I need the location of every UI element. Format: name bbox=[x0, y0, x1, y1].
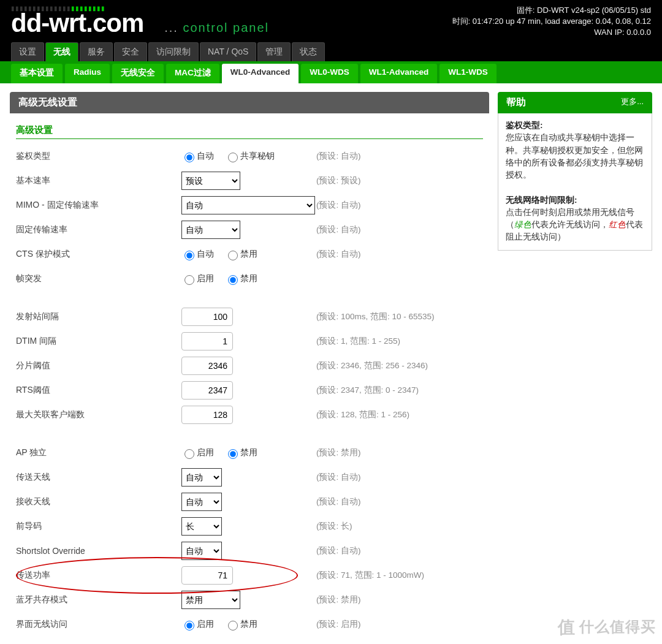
help-auth-heading: 鉴权类型: bbox=[506, 121, 543, 130]
cts-label: CTS 保护模式 bbox=[16, 248, 181, 261]
tab-admin[interactable]: 管理 bbox=[257, 42, 291, 61]
rts-input[interactable] bbox=[181, 381, 233, 400]
btcoex-select[interactable]: 禁用 bbox=[181, 591, 240, 609]
wan-ip-label: WAN IP: 0.0.0.0 bbox=[452, 27, 652, 38]
rxant-label: 接收天线 bbox=[16, 495, 181, 509]
watermark: 值什么值得买 bbox=[558, 616, 656, 639]
apisolate-default: (预设: 禁用) bbox=[316, 447, 361, 458]
tab-nat[interactable]: NAT / QoS bbox=[200, 42, 256, 61]
preamble-select[interactable]: 长 bbox=[181, 517, 222, 536]
fixedrate-label: 固定传输速率 bbox=[16, 223, 181, 237]
fixedrate-select[interactable]: 自动 bbox=[181, 221, 240, 239]
basicrate-default: (预设: 预设) bbox=[316, 175, 361, 186]
maxclients-default: (预设: 128, 范围: 1 - 256) bbox=[316, 409, 409, 420]
rxant-default: (预设: 自动) bbox=[316, 496, 361, 507]
frag-input[interactable] bbox=[181, 357, 233, 375]
tab-setup[interactable]: 设置 bbox=[11, 42, 44, 61]
help-body: 鉴权类型: 您应该在自动或共享秘钥中选择一种。共享秘钥授权更加安全，但您网络中的… bbox=[498, 113, 652, 251]
apisolate-enable-radio[interactable] bbox=[185, 449, 194, 459]
help-title: 帮助 bbox=[506, 96, 526, 109]
auth-default: (预设: 自动) bbox=[316, 151, 361, 162]
auth-label: 鉴权类型 bbox=[16, 150, 181, 163]
apisolate-label: AP 独立 bbox=[16, 446, 181, 460]
burst-enable-radio[interactable] bbox=[185, 275, 194, 285]
subtab-basic[interactable]: 基本设置 bbox=[11, 64, 63, 83]
cts-default: (预设: 自动) bbox=[316, 249, 361, 260]
txant-default: (预设: 自动) bbox=[316, 472, 361, 483]
subtab-wl0adv[interactable]: WL0-Advanced bbox=[222, 64, 299, 83]
subtab-wl0wds[interactable]: WL0-WDS bbox=[301, 64, 358, 83]
panel-title: 高级无线设置 bbox=[10, 92, 489, 113]
frag-label: 分片阈值 bbox=[16, 359, 181, 373]
preamble-default: (预设: 长) bbox=[316, 521, 352, 532]
subtab-mac[interactable]: MAC过滤 bbox=[166, 64, 219, 83]
mimo-select[interactable]: 自动 bbox=[181, 196, 315, 214]
section-legend: 高级设置 bbox=[16, 123, 483, 139]
main-tabs: 设置 无线 服务 安全 访问限制 NAT / QoS 管理 状态 bbox=[11, 42, 325, 61]
tab-access[interactable]: 访问限制 bbox=[148, 42, 199, 61]
mimo-label: MIMO - 固定传输速率 bbox=[16, 199, 181, 212]
txant-select[interactable]: 自动 bbox=[181, 468, 222, 487]
cts-disable-radio[interactable] bbox=[228, 251, 238, 260]
rts-default: (预设: 2347, 范围: 0 - 2347) bbox=[316, 385, 419, 396]
beacon-default: (预设: 100ms, 范围: 10 - 65535) bbox=[316, 311, 435, 322]
shortslot-select[interactable]: 自动 bbox=[181, 542, 222, 560]
firmware-label: 固件: DD-WRT v24-sp2 (06/05/15) std bbox=[452, 5, 652, 16]
sub-tabs: 基本设置 Radius 无线安全 MAC过滤 WL0-Advanced WL0-… bbox=[0, 61, 662, 83]
preamble-label: 前导码 bbox=[16, 520, 181, 533]
uptime-label: 时间: 01:47:20 up 47 min, load average: 0.… bbox=[452, 16, 652, 27]
beacon-input[interactable] bbox=[181, 308, 233, 326]
fixedrate-default: (预设: 自动) bbox=[316, 224, 361, 235]
basicrate-select[interactable]: 预设 bbox=[181, 172, 240, 190]
guiaccess-default: (预设: 启用) bbox=[316, 619, 361, 630]
burst-label: 帧突发 bbox=[16, 272, 181, 286]
subtab-wl1adv[interactable]: WL1-Advanced bbox=[360, 64, 438, 83]
shortslot-label: Shortslot Override bbox=[16, 545, 181, 557]
auth-shared-radio[interactable] bbox=[228, 153, 238, 162]
rts-label: RTS阈值 bbox=[16, 384, 181, 397]
help-auth-text: 您应该在自动或共享秘钥中选择一种。共享秘钥授权更加安全，但您网络中的所有设备都必… bbox=[506, 133, 643, 180]
logo-com: .com bbox=[86, 9, 143, 37]
help-title-bar: 帮助 更多... bbox=[498, 92, 652, 113]
subtab-security[interactable]: 无线安全 bbox=[112, 64, 164, 83]
logo: ▮▮▮▮▮▮▮▮▮▮▮▮▮▮▮▮▮▮▮▮▮▮ dd-wrt.com ... co… bbox=[11, 5, 269, 35]
beacon-label: 发射站间隔 bbox=[16, 310, 181, 324]
txpower-input[interactable] bbox=[181, 566, 233, 585]
maxclients-label: 最大关联客户端数 bbox=[16, 408, 181, 422]
tab-wireless[interactable]: 无线 bbox=[45, 42, 78, 61]
burst-disable-radio[interactable] bbox=[228, 275, 238, 285]
subtab-radius[interactable]: Radius bbox=[65, 64, 110, 83]
apisolate-disable-radio[interactable] bbox=[228, 449, 238, 459]
rxant-select[interactable]: 自动 bbox=[181, 493, 222, 511]
header-bar: ▮▮▮▮▮▮▮▮▮▮▮▮▮▮▮▮▮▮▮▮▮▮ dd-wrt.com ... co… bbox=[0, 0, 662, 61]
txant-label: 传送天线 bbox=[16, 471, 181, 484]
guiaccess-enable-radio[interactable] bbox=[185, 621, 194, 631]
guiaccess-disable-radio[interactable] bbox=[228, 621, 238, 631]
dtim-default: (预设: 1, 范围: 1 - 255) bbox=[316, 336, 400, 347]
btcoex-default: (预设: 禁用) bbox=[316, 594, 361, 605]
mimo-default: (预设: 自动) bbox=[316, 200, 361, 211]
guiaccess-label: 界面无线访问 bbox=[16, 618, 181, 631]
basicrate-label: 基本速率 bbox=[16, 174, 181, 188]
logo-dd: dd-wrt bbox=[11, 9, 86, 37]
dtim-label: DTIM 间隔 bbox=[16, 335, 181, 348]
tab-status[interactable]: 状态 bbox=[292, 42, 325, 61]
cts-auto-radio[interactable] bbox=[185, 251, 194, 260]
txpower-default: (预设: 71, 范围: 1 - 1000mW) bbox=[316, 570, 424, 581]
shortslot-default: (预设: 自动) bbox=[316, 545, 361, 556]
control-panel-label: control panel bbox=[183, 21, 269, 34]
help-time-heading: 无线网络时间限制: bbox=[506, 195, 577, 205]
tab-security[interactable]: 安全 bbox=[114, 42, 147, 61]
txpower-label: 传送功率 bbox=[16, 569, 181, 582]
btcoex-label: 蓝牙共存模式 bbox=[16, 593, 181, 607]
help-more-link[interactable]: 更多... bbox=[621, 96, 644, 109]
tab-services[interactable]: 服务 bbox=[80, 42, 113, 61]
subtab-wl1wds[interactable]: WL1-WDS bbox=[439, 64, 496, 83]
maxclients-input[interactable] bbox=[181, 406, 233, 424]
dtim-input[interactable] bbox=[181, 332, 233, 350]
frag-default: (预设: 2346, 范围: 256 - 2346) bbox=[316, 360, 428, 371]
status-block: 固件: DD-WRT v24-sp2 (06/05/15) std 时间: 01… bbox=[452, 5, 652, 39]
auth-auto-radio[interactable] bbox=[185, 153, 194, 162]
